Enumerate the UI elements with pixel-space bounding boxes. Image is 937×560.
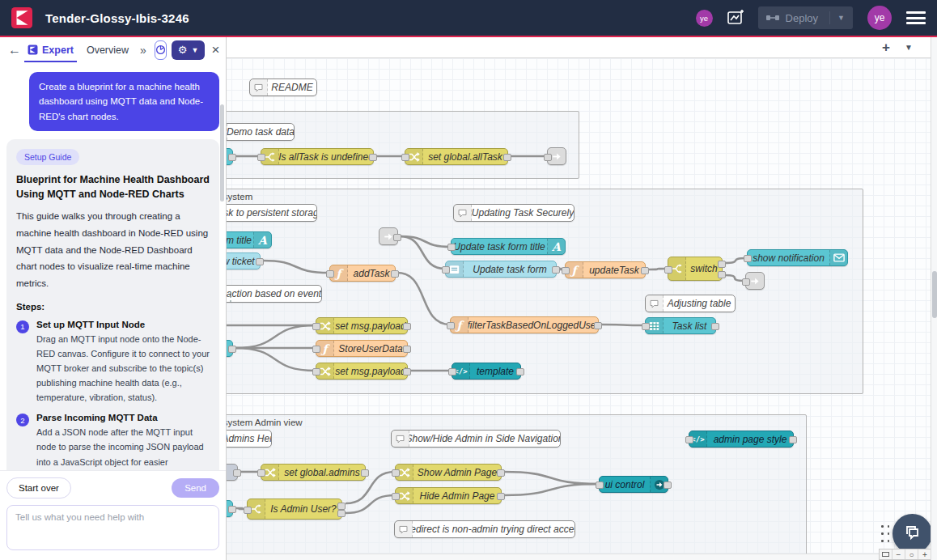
add-flow-button[interactable]: + <box>874 40 898 56</box>
node-switch-input-port[interactable] <box>664 266 672 274</box>
comment-updating-task[interactable]: Updating Task Securely <box>453 204 574 222</box>
node-demo-source-output-port[interactable] <box>228 154 236 161</box>
node-filter-task[interactable]: ƒfilterTaskBasedOnLoggedUser <box>450 316 599 333</box>
node-template[interactable]: </>template <box>452 363 521 380</box>
main-menu-icon[interactable] <box>906 9 926 28</box>
tab-overview[interactable]: Overview <box>80 37 135 62</box>
chat-fab-button[interactable] <box>892 514 931 554</box>
zoom-in-button[interactable]: + <box>918 549 931 559</box>
ai-canvas-icon[interactable] <box>726 8 745 28</box>
node-admin-page-style[interactable]: </>admin page style <box>689 431 794 448</box>
node-template-input-port[interactable] <box>448 368 456 375</box>
node-update-task-form-input-port[interactable] <box>442 266 450 274</box>
node-addtask[interactable]: ƒaddTask <box>329 265 396 282</box>
node-is-admin-user-input-port[interactable] <box>244 507 252 514</box>
deploy-button[interactable]: Deploy ▼ <box>758 6 853 29</box>
back-arrow-icon[interactable]: ← <box>8 43 21 57</box>
node-update-task-form[interactable]: Update task form <box>445 261 557 278</box>
node-hide-admin-page-input-port[interactable] <box>392 493 400 500</box>
node-admin-source-output-port[interactable] <box>233 469 241 477</box>
panel-scrollbar-thumb[interactable] <box>220 104 224 202</box>
assistant-input[interactable] <box>6 505 219 550</box>
node-set-global-admins-input-port[interactable] <box>257 469 265 477</box>
minimap-button[interactable] <box>880 549 892 559</box>
node-show-notification-input-port[interactable] <box>744 255 752 262</box>
more-tabs-icon[interactable]: » <box>135 44 151 57</box>
node-set-payload-2-input-port[interactable] <box>312 368 320 375</box>
node-show-admin-page[interactable]: Show Admin Page <box>395 464 502 481</box>
node-store-user-data[interactable]: ƒStoreUserData <box>316 340 408 357</box>
node-admin-page-style-output-port[interactable] <box>789 436 797 443</box>
node-link-in-update-output-port[interactable] <box>393 234 401 241</box>
node-addtask-input-port[interactable] <box>326 270 334 278</box>
node-set-payload-2-output-port[interactable] <box>403 368 411 375</box>
comment-readme[interactable]: README <box>249 78 317 96</box>
node-set-global-alltask-output-port[interactable] <box>503 154 511 161</box>
comment-redirect[interactable]: Redirect is non-admin trying direct acce… <box>394 520 575 538</box>
node-updatetask[interactable]: ƒupdateTask <box>565 261 646 278</box>
node-new-ticket-output-port[interactable] <box>256 258 264 265</box>
node-store-user-data-input-port[interactable] <box>312 346 320 353</box>
node-filter-task-input-port[interactable] <box>447 322 455 329</box>
node-hide-admin-page-output-port[interactable] <box>497 493 505 500</box>
node-show-admin-page-output-port[interactable] <box>497 469 505 477</box>
vertical-scrollbar-thumb[interactable] <box>932 271 937 318</box>
node-updatetask-input-port[interactable] <box>562 267 570 274</box>
node-set-global-admins-output-port[interactable] <box>361 469 369 477</box>
node-admin-check-source-output-port[interactable] <box>228 506 236 513</box>
node-task-list-output-port[interactable] <box>711 323 719 330</box>
node-ui-control-output-port[interactable] <box>664 482 672 489</box>
node-filter-task-output-port[interactable] <box>594 322 602 329</box>
group-demo-task-data[interactable] <box>194 111 579 179</box>
panel-resize-grip[interactable] <box>230 290 231 304</box>
node-ui-control-input-port[interactable] <box>596 482 604 489</box>
node-updatetask-output-port[interactable] <box>641 267 649 274</box>
send-button[interactable]: Send <box>172 478 219 498</box>
node-link-in-update[interactable] <box>379 227 398 245</box>
zoom-reset-button[interactable]: ○ <box>905 549 918 559</box>
node-set-global-admins[interactable]: set global.admins <box>261 464 366 481</box>
node-set-payload-2[interactable]: set msg.payload <box>316 363 408 380</box>
vertical-scrollbar[interactable] <box>931 37 937 560</box>
node-update-task-form-title[interactable]: Update task form titleA <box>451 238 566 255</box>
drag-grip-icon[interactable] <box>881 525 891 545</box>
node-set-payload-1[interactable]: set msg.payload <box>316 317 408 334</box>
horizontal-scrollbar[interactable] <box>227 554 931 560</box>
node-user-events-output-port[interactable] <box>228 346 236 353</box>
zoom-out-button[interactable]: − <box>892 549 905 559</box>
node-show-notification[interactable]: show notification <box>747 249 848 266</box>
node-set-global-alltask-input-port[interactable] <box>401 154 409 161</box>
node-update-task-form-output-port[interactable] <box>552 266 560 274</box>
node-link-out-demo[interactable] <box>547 147 566 165</box>
node-show-admin-page-input-port[interactable] <box>392 469 400 477</box>
node-update-task-form-title-input-port[interactable] <box>447 244 456 251</box>
settings-button[interactable]: ⚙ ▼ <box>172 40 206 60</box>
comment-show-hide-admin[interactable]: Show/Hide Admin in Side Navigation <box>391 430 561 448</box>
node-set-global-alltask[interactable]: set global.allTask <box>405 148 508 165</box>
deploy-dropdown-icon[interactable]: ▼ <box>829 11 845 24</box>
node-is-alltask-undefined-input-port[interactable] <box>257 154 265 161</box>
node-addtask-output-port[interactable] <box>391 270 399 278</box>
node-is-admin-user-output-port-1[interactable] <box>337 503 346 510</box>
node-is-admin-user[interactable]: Is Admin User? <box>247 498 342 520</box>
node-switch[interactable]: switch <box>668 257 723 281</box>
node-task-list[interactable]: Task list <box>645 317 716 334</box>
node-template-output-port[interactable] <box>516 368 524 375</box>
tab-expert[interactable]: Expert <box>21 37 80 62</box>
node-admin-page-style-input-port[interactable] <box>685 436 693 443</box>
close-panel-icon[interactable]: × <box>211 42 219 58</box>
user-avatar[interactable]: ye <box>867 6 892 30</box>
node-set-payload-1-output-port[interactable] <box>403 323 411 330</box>
usage-pie-button[interactable] <box>155 40 167 60</box>
flowfuse-logo[interactable] <box>11 7 32 28</box>
node-link-out-switch[interactable] <box>745 272 765 290</box>
node-switch-output-port-1[interactable] <box>718 261 726 268</box>
node-set-payload-1-input-port[interactable] <box>312 323 320 330</box>
node-is-alltask-undefined[interactable]: Is allTask is undefined <box>261 148 374 165</box>
flow-list-dropdown-icon[interactable]: ▼ <box>898 43 919 52</box>
node-switch-output-port-2[interactable] <box>718 271 726 278</box>
node-link-out-switch-input-port[interactable] <box>742 278 750 286</box>
node-is-alltask-undefined-output-port[interactable] <box>369 154 377 161</box>
node-task-list-input-port[interactable] <box>642 323 650 330</box>
node-is-admin-user-output-port-2[interactable] <box>337 510 346 517</box>
